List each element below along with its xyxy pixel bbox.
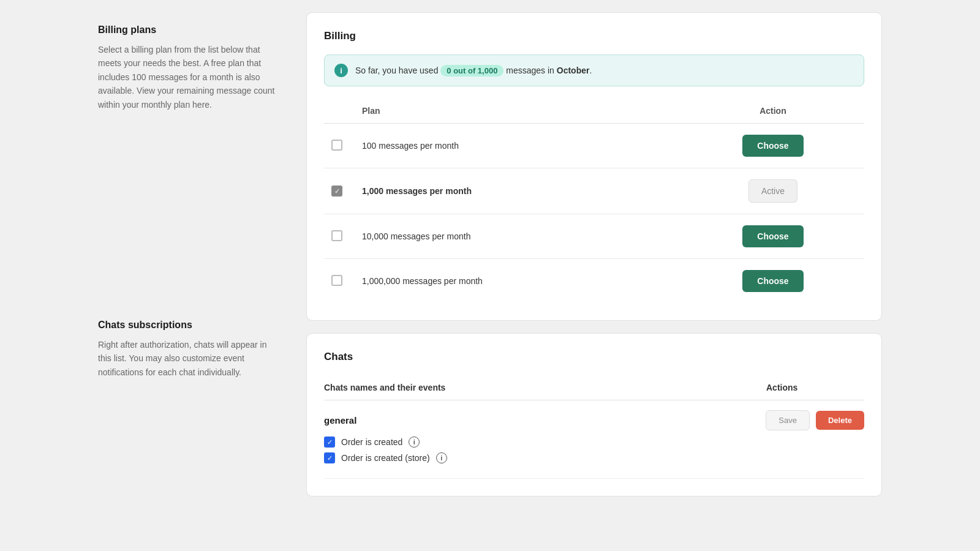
plan-price: 10,000 messages per month <box>355 214 682 259</box>
plan-checkbox[interactable] <box>331 230 342 241</box>
chats-section-title: Chats subscriptions <box>98 320 282 331</box>
info-icon: i <box>334 64 348 77</box>
plan-action-cell: Choose <box>682 214 864 259</box>
plan-checkbox[interactable] <box>331 140 342 151</box>
chats-card-title: Chats <box>324 351 864 363</box>
col-plan: Plan <box>355 101 682 124</box>
event-label: Order is created (store) <box>341 453 430 463</box>
active-button: Active <box>748 179 797 203</box>
plan-row: 1,000,000 messages per monthChoose <box>324 259 864 304</box>
plan-row: 100 messages per monthChoose <box>324 124 864 168</box>
chat-row: generalSaveDeleteOrder is creatediOrder … <box>324 400 864 479</box>
delete-button[interactable]: Delete <box>816 411 864 430</box>
plan-price: 1,000,000 messages per month <box>355 259 682 304</box>
event-checkbox[interactable] <box>324 452 335 463</box>
plan-price: 100 messages per month <box>355 124 682 168</box>
plan-row: 1,000 messages per monthActive <box>324 168 864 214</box>
save-button[interactable]: Save <box>766 410 810 430</box>
choose-button[interactable]: Choose <box>742 225 803 247</box>
actions-header-label: Actions <box>766 383 864 392</box>
billing-card: Billing i So far, you have used 0 out of… <box>306 12 882 321</box>
choose-button[interactable]: Choose <box>742 270 803 292</box>
plan-action-cell: Active <box>682 168 864 214</box>
billing-card-title: Billing <box>324 30 864 42</box>
usage-banner: i So far, you have used 0 out of 1,000 m… <box>324 54 864 86</box>
billing-section-title: Billing plans <box>98 24 282 36</box>
plan-action-cell: Choose <box>682 124 864 168</box>
plan-checkbox[interactable] <box>331 275 342 286</box>
choose-button[interactable]: Choose <box>742 135 803 157</box>
event-checkbox[interactable] <box>324 437 335 448</box>
event-label: Order is created <box>341 437 402 447</box>
plans-table: Plan Action 100 messages per monthChoose… <box>324 101 864 303</box>
plan-price: 1,000 messages per month <box>355 168 682 214</box>
event-row: Order is created (store)i <box>324 452 864 463</box>
chats-section-desc: Right after authorization, chats will ap… <box>98 338 282 379</box>
usage-text: So far, you have used 0 out of 1,000 mes… <box>355 65 592 77</box>
chat-row-header: generalSaveDelete <box>324 410 864 430</box>
usage-badge: 0 out of 1,000 <box>440 65 503 77</box>
chats-header-label: Chats names and their events <box>324 383 766 392</box>
billing-section-desc: Select a billing plan from the list belo… <box>98 43 282 111</box>
chat-name: general <box>324 415 356 425</box>
chats-card: Chats Chats names and their events Actio… <box>306 333 882 497</box>
plan-checkbox[interactable] <box>331 186 342 197</box>
plan-row: 10,000 messages per monthChoose <box>324 214 864 259</box>
plan-action-cell: Choose <box>682 259 864 304</box>
event-info-icon[interactable]: i <box>409 437 420 448</box>
chat-row-actions: SaveDelete <box>766 410 864 430</box>
col-action: Action <box>682 101 864 124</box>
event-row: Order is createdi <box>324 437 864 448</box>
chats-table-header: Chats names and their events Actions <box>324 375 864 400</box>
event-info-icon[interactable]: i <box>436 452 447 463</box>
